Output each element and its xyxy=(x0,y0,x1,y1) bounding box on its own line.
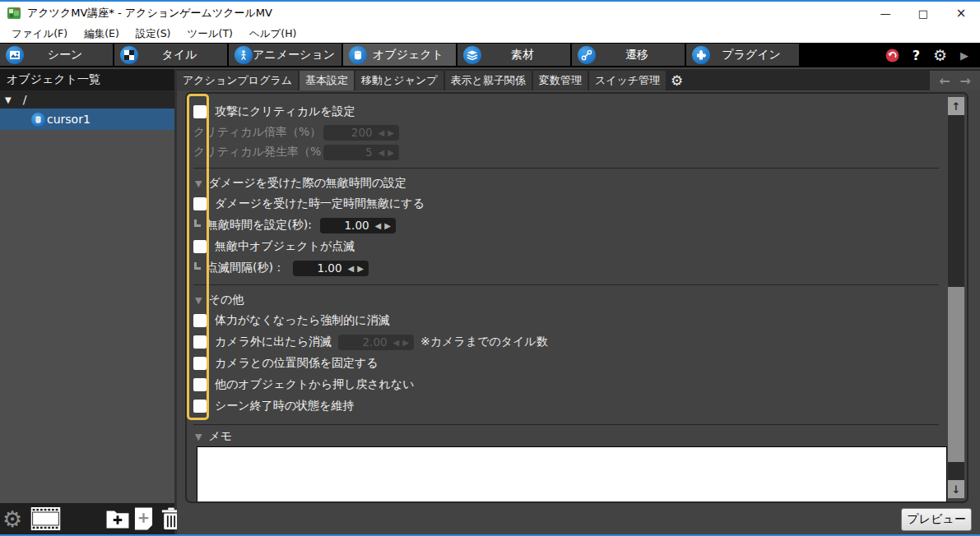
section-collapse-icon[interactable]: ▼ xyxy=(195,432,202,442)
camera-out-spinner[interactable]: 2.00 ◀ ▶ xyxy=(338,335,414,350)
decrement-icon[interactable]: ◀ xyxy=(377,128,387,137)
critical-checkbox[interactable] xyxy=(193,105,207,118)
run-play-icon[interactable]: ▶ xyxy=(960,49,968,62)
separator xyxy=(193,424,939,425)
decrement-icon[interactable]: ◀ xyxy=(374,221,383,230)
tree-root-label: / xyxy=(23,93,27,106)
increment-icon[interactable]: ▶ xyxy=(386,148,396,157)
object-list-title: オブジェクト一覧 xyxy=(0,69,174,90)
keep-state-label: シーン終了時の状態を維持 xyxy=(215,399,354,414)
tab-object[interactable]: オブジェクト xyxy=(343,44,456,66)
help-icon[interactable]: ? xyxy=(913,48,920,63)
scroll-up-icon[interactable]: ↑ xyxy=(948,97,964,115)
blink-checkbox-label: 無敵中オブジェクトが点滅 xyxy=(215,239,355,254)
no-push-row: 他のオブジェクトから押し戻されない xyxy=(193,374,967,395)
tab-scene[interactable]: シーン xyxy=(0,44,113,66)
tab-scene-label: シーン xyxy=(24,48,113,62)
subtab-basic-settings[interactable]: 基本設定 xyxy=(300,71,354,90)
keep-state-checkbox[interactable] xyxy=(193,400,207,413)
hp-zero-row: 体力がなくなったら強制的に消滅 xyxy=(193,310,967,331)
increment-icon[interactable]: ▶ xyxy=(355,264,365,273)
tab-object-label: オブジェクト xyxy=(367,48,456,62)
undo-icon[interactable] xyxy=(885,49,899,62)
camera-out-row: カメラ外に出たら消滅 2.00 ◀ ▶ ※カメラまでのタイル数 xyxy=(193,331,967,353)
tab-material[interactable]: 素材 xyxy=(457,44,570,66)
maximize-button[interactable]: □ xyxy=(904,2,942,25)
add-folder-icon[interactable] xyxy=(105,509,130,529)
tab-plugin[interactable]: プラグイン xyxy=(686,44,799,66)
increment-icon[interactable]: ▶ xyxy=(386,128,396,137)
menu-file[interactable]: ファイル(F) xyxy=(3,27,76,41)
minimize-button[interactable]: — xyxy=(866,2,904,25)
forward-arrow-icon[interactable]: → xyxy=(960,73,971,89)
close-button[interactable]: × xyxy=(942,2,980,25)
section-collapse-icon[interactable]: ▼ xyxy=(195,295,202,306)
animation-icon xyxy=(235,46,253,64)
camera-out-label: カメラ外に出たら消滅 xyxy=(215,335,332,349)
tree-item-cursor1[interactable]: cursor1 xyxy=(0,109,174,130)
preview-button[interactable]: プレビュー xyxy=(901,508,972,531)
add-page-icon[interactable] xyxy=(134,507,153,531)
subtab-move-jump[interactable]: 移動とジャンプ xyxy=(355,71,444,90)
settings-gear-icon[interactable]: ⚙ xyxy=(933,48,947,63)
menu-settings[interactable]: 設定(S) xyxy=(128,27,179,41)
object-settings-gear-icon[interactable]: ⚙ xyxy=(2,508,22,530)
collapse-triangle-icon[interactable]: ▼ xyxy=(5,95,12,104)
tab-transition[interactable]: 遷移 xyxy=(572,44,685,66)
top-action-icons: ? ⚙ ▶ xyxy=(885,43,980,67)
subtab-display-parent[interactable]: 表示と親子関係 xyxy=(445,71,532,90)
camera-fix-checkbox[interactable] xyxy=(193,357,207,370)
decrement-icon[interactable]: ◀ xyxy=(346,264,356,273)
history-nav: ← → xyxy=(930,71,980,90)
blink-interval-spinner[interactable]: 1.00 ◀ ▶ xyxy=(293,261,369,276)
critical-rate-label: クリティカル倍率（%）： xyxy=(193,125,323,140)
scrollbar-thumb[interactable] xyxy=(948,287,964,462)
menu-tools[interactable]: ツール(T) xyxy=(179,27,240,41)
invincible-time-spinner[interactable]: 1.00 ◀ ▶ xyxy=(320,218,396,233)
memo-textarea[interactable] xyxy=(197,446,947,503)
scrollbar-track[interactable] xyxy=(948,115,964,480)
invincible-section-label: ダメージを受けた際の無敵時間の設定 xyxy=(208,176,406,191)
no-push-checkbox[interactable] xyxy=(193,378,207,391)
decrement-icon[interactable]: ◀ xyxy=(377,148,387,157)
critical-rate-spinner[interactable]: 200 ◀ ▶ xyxy=(323,125,399,141)
subtab-action-program[interactable]: アクションプログラム xyxy=(177,71,298,90)
increment-icon[interactable]: ▶ xyxy=(383,221,392,230)
camera-fix-label: カメラとの位置関係を固定する xyxy=(215,356,379,371)
panel-scrollbar[interactable]: ↑ ↓ xyxy=(948,97,964,498)
increment-icon[interactable]: ▶ xyxy=(401,338,411,347)
tab-animation[interactable]: アニメーション xyxy=(229,44,341,66)
section-collapse-icon[interactable]: ▼ xyxy=(195,178,202,189)
blink-checkbox[interactable] xyxy=(193,240,207,253)
invincible-checkbox[interactable] xyxy=(193,197,207,210)
tab-tile-label: タイル xyxy=(138,48,227,62)
memo-section-label: メモ xyxy=(208,429,232,444)
tab-tile[interactable]: タイル xyxy=(114,44,227,66)
no-push-label: 他のオブジェクトから押し戻されない xyxy=(215,377,415,392)
tree-empty-area[interactable] xyxy=(0,130,174,503)
subtab-variables[interactable]: 変数管理 xyxy=(533,71,588,90)
basic-settings-panel: 攻撃にクリティカルを設定 クリティカル倍率（%）： 200 ◀ ▶ クリティカル… xyxy=(185,92,968,503)
tree-root-row[interactable]: ▼ / xyxy=(0,90,174,109)
menu-help[interactable]: ヘルプ(H) xyxy=(241,27,305,41)
menu-edit[interactable]: 編集(E) xyxy=(76,27,128,41)
transition-icon xyxy=(578,46,596,64)
subtab-switches[interactable]: スイッチ管理 xyxy=(589,71,666,90)
hp-zero-checkbox[interactable] xyxy=(193,314,207,327)
tab-plugin-label: プラグイン xyxy=(710,48,799,62)
decrement-icon[interactable]: ◀ xyxy=(392,338,402,347)
app-window: アクツクMV講座* - アクションゲームツクールMV — □ × ファイル(F)… xyxy=(0,0,980,536)
back-arrow-icon[interactable]: ← xyxy=(939,73,950,89)
blink-interval-label: 点滅間隔(秒)： xyxy=(207,261,285,275)
invincible-time-row: 無敵時間を設定(秒): 1.00 ◀ ▶ xyxy=(193,215,967,236)
camera-out-checkbox[interactable] xyxy=(193,335,207,349)
filmstrip-icon[interactable] xyxy=(30,507,61,530)
child-connector-icon xyxy=(194,219,201,227)
scroll-down-icon[interactable]: ↓ xyxy=(948,480,964,498)
separator xyxy=(193,284,939,285)
tile-icon xyxy=(120,46,138,64)
blink-checkbox-row: 無敵中オブジェクトが点滅 xyxy=(193,236,967,257)
separator xyxy=(193,168,939,169)
critical-chance-spinner[interactable]: 5 ◀ ▶ xyxy=(323,145,399,160)
subtab-gear-icon[interactable]: ⚙ xyxy=(667,71,686,90)
